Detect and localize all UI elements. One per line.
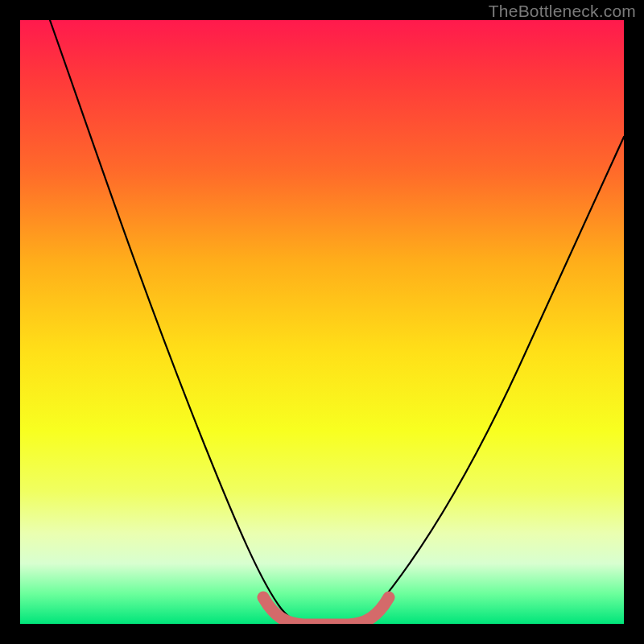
chart-frame: TheBottleneck.com: [0, 0, 644, 644]
chart-plot-area: [20, 20, 624, 624]
attribution-label: TheBottleneck.com: [489, 2, 636, 21]
bottleneck-curve: [50, 20, 624, 624]
chart-svg: [20, 20, 624, 624]
